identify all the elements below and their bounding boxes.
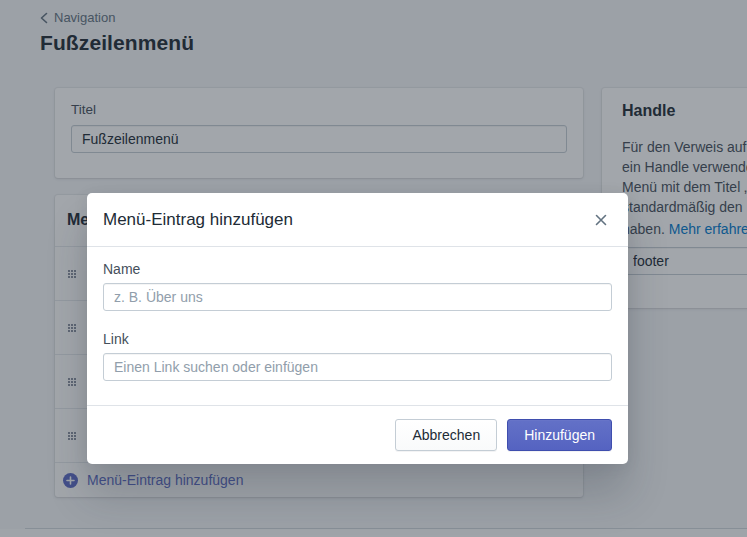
modal-footer: Abbrechen Hinzufügen	[87, 405, 628, 464]
name-input[interactable]	[103, 283, 612, 311]
submit-button[interactable]: Hinzufügen	[507, 419, 612, 451]
modal-body: Name Link	[87, 247, 628, 405]
name-field-label: Name	[103, 261, 612, 277]
link-field-group: Link	[103, 331, 612, 381]
link-field-label: Link	[103, 331, 612, 347]
link-input[interactable]	[103, 353, 612, 381]
add-menu-item-modal: Menü-Eintrag hinzufügen Name Link Abbrec…	[87, 193, 628, 464]
cancel-button[interactable]: Abbrechen	[395, 419, 497, 451]
modal-header: Menü-Eintrag hinzufügen	[87, 193, 628, 247]
modal-title: Menü-Eintrag hinzufügen	[103, 210, 293, 230]
name-field-group: Name	[103, 261, 612, 311]
close-icon[interactable]	[590, 209, 612, 231]
